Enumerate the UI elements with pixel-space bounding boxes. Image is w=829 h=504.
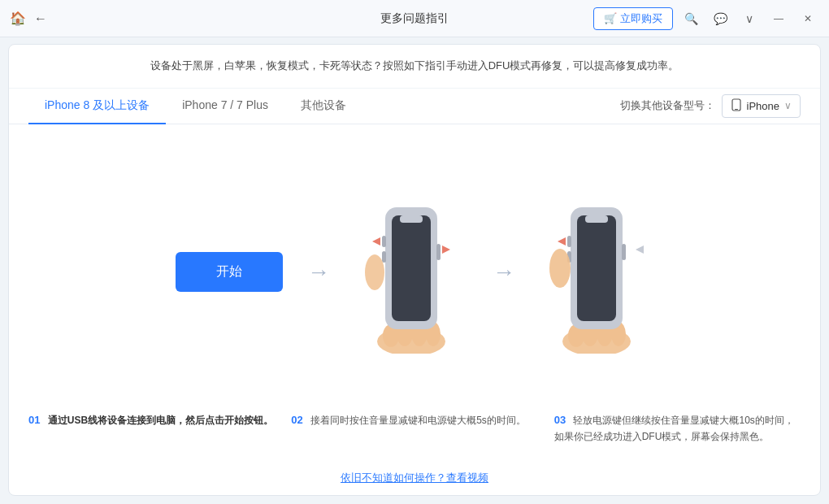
- device-switch-label: 切换其他设备型号：: [620, 98, 715, 113]
- tabs-area: iPhone 8 及以上设备 iPhone 7 / 7 Plus 其他设备 切换…: [9, 89, 820, 124]
- svg-marker-28: [636, 245, 644, 254]
- notice-text: 设备处于黑屏，白苹果，恢复模式，卡死等状态？按照如下指引手动进入DFU模式再修复…: [150, 59, 679, 72]
- svg-rect-24: [567, 236, 571, 247]
- svg-marker-14: [442, 245, 450, 254]
- svg-marker-13: [372, 237, 380, 245]
- svg-rect-26: [622, 244, 626, 260]
- device-select-dropdown[interactable]: iPhone ∨: [722, 94, 801, 118]
- main-panel: 设备处于黑屏，白苹果，恢复模式，卡死等状态？按照如下指引手动进入DFU模式再修复…: [8, 44, 821, 496]
- bottom-link-area: 依旧不知道如何操作？查看视频: [9, 461, 820, 495]
- chat-icon[interactable]: 💬: [709, 7, 731, 30]
- device-icon: [731, 98, 742, 114]
- notice-bar: 设备处于黑屏，白苹果，恢复模式，卡死等状态？按照如下指引手动进入DFU模式再修复…: [9, 45, 820, 89]
- svg-point-29: [549, 249, 571, 288]
- start-button[interactable]: 开始: [176, 252, 283, 292]
- help-video-link[interactable]: 依旧不知道如何操作？查看视频: [341, 471, 488, 484]
- steps-content: 开始 →: [9, 124, 820, 461]
- svg-rect-0: [732, 99, 740, 111]
- svg-rect-1: [735, 109, 738, 110]
- device-name: iPhone: [747, 100, 779, 112]
- start-button-wrap: 开始: [176, 252, 283, 292]
- step-1-desc: 01 通过USB线将设备连接到电脑，然后点击开始按钮。: [28, 412, 275, 445]
- tab-other[interactable]: 其他设备: [284, 89, 362, 124]
- page-title: 更多问题指引: [380, 11, 449, 26]
- back-icon[interactable]: ←: [34, 11, 47, 26]
- titlebar-nav: 🏠 ←: [10, 11, 47, 26]
- phone-illustration-2: [540, 191, 653, 354]
- steps-visual: 开始 →: [28, 141, 801, 404]
- svg-marker-27: [558, 237, 566, 245]
- cart-icon: 🛒: [604, 12, 617, 24]
- tab-iphone8[interactable]: iPhone 8 及以上设备: [28, 89, 166, 124]
- svg-rect-11: [382, 251, 386, 263]
- chevron-down-icon: ∨: [784, 100, 792, 111]
- minimize-button[interactable]: —: [767, 7, 790, 30]
- home-icon[interactable]: 🏠: [10, 11, 26, 26]
- tab-iphone7[interactable]: iPhone 7 / 7 Plus: [166, 89, 284, 124]
- svg-rect-22: [577, 215, 616, 321]
- svg-rect-9: [400, 215, 423, 223]
- svg-rect-10: [382, 236, 386, 247]
- tabs-list: iPhone 8 及以上设备 iPhone 7 / 7 Plus 其他设备: [28, 89, 620, 124]
- arrow-icon-1: →: [307, 259, 330, 285]
- steps-desc: 01 通过USB线将设备连接到电脑，然后点击开始按钮。 02 接着同时按住音量显…: [28, 412, 801, 445]
- buy-button[interactable]: 🛒 立即购买: [593, 7, 673, 30]
- svg-rect-8: [392, 215, 431, 321]
- svg-rect-12: [436, 244, 441, 260]
- close-button[interactable]: ✕: [796, 7, 819, 30]
- device-switch: 切换其他设备型号： iPhone ∨: [620, 94, 801, 118]
- svg-rect-23: [585, 215, 608, 223]
- chevron-down-icon[interactable]: ∨: [738, 7, 761, 30]
- search-icon[interactable]: 🔍: [679, 7, 702, 30]
- step-3-desc: 03 轻放电源键但继续按住音量显减键大概10s的时间，如果你已经成功进入DFU模…: [554, 412, 801, 445]
- svg-point-15: [365, 254, 384, 290]
- step-2-desc: 02 接着同时按住音量显减键和电源键大概5s的时间。: [291, 412, 537, 445]
- phone-illustration-1: [354, 191, 468, 354]
- titlebar: 🏠 ← 更多问题指引 🛒 立即购买 🔍 💬 ∨ — ✕: [0, 0, 829, 37]
- titlebar-actions: 🛒 立即购买 🔍 💬 ∨ — ✕: [593, 7, 819, 30]
- arrow-icon-2: →: [493, 259, 515, 285]
